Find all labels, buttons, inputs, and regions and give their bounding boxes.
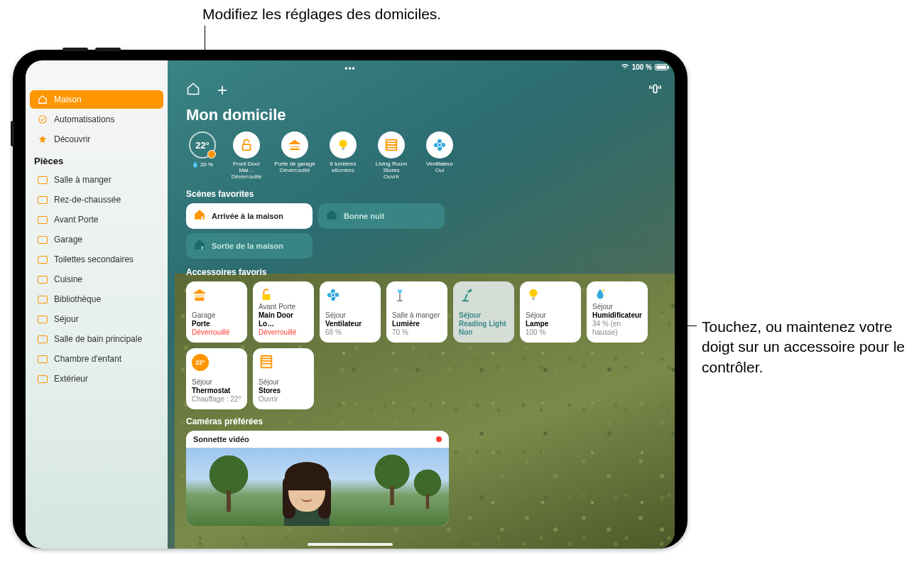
svg-point-11 bbox=[438, 144, 441, 146]
star-icon bbox=[37, 134, 48, 145]
tile-status: 100 % bbox=[526, 328, 575, 337]
bulb-icon bbox=[526, 287, 575, 303]
sidebar-item-label: Automatisations bbox=[54, 114, 114, 124]
status-summary-row: 22° 20 % Front Door Mai… Déverrouillé Po… bbox=[186, 131, 663, 181]
svg-rect-15 bbox=[202, 248, 203, 249]
home-indicator[interactable] bbox=[308, 543, 393, 546]
tile-garage-door[interactable]: GaragePorteDéverrouillé bbox=[186, 281, 247, 343]
tile-name: Lumière bbox=[392, 320, 442, 328]
sidebar-item-discover[interactable]: Découvrir bbox=[30, 130, 163, 149]
tile-living-lamp[interactable]: SéjourLampe100 % bbox=[520, 281, 581, 343]
tile-status: Chauffage : 22° bbox=[192, 395, 241, 404]
sidebar-room-garage[interactable]: Garage bbox=[30, 230, 163, 249]
tile-living-fan[interactable]: SéjourVentilateur68 % bbox=[320, 281, 381, 343]
heating-dot-icon bbox=[207, 150, 216, 158]
svg-point-25 bbox=[602, 289, 604, 291]
svg-rect-6 bbox=[342, 148, 344, 151]
home-leave-icon bbox=[193, 238, 206, 254]
volume-up-button bbox=[62, 48, 88, 51]
sidebar: Maison Automatisations Découvrir Pièces … bbox=[26, 60, 168, 549]
room-icon bbox=[37, 333, 48, 345]
power-button bbox=[11, 121, 14, 146]
tile-room: Avant Porte bbox=[259, 303, 308, 311]
tile-room: Séjour bbox=[459, 311, 509, 320]
climate-status[interactable]: 22° 20 % bbox=[186, 131, 219, 168]
tile-status: Déverrouillé bbox=[259, 328, 308, 337]
sidebar-rooms-header: Pièces bbox=[26, 150, 168, 169]
camera-card[interactable]: Sonnette vidéo bbox=[186, 431, 449, 526]
tile-room: Séjour bbox=[192, 378, 241, 387]
scene-arrive-home[interactable]: Arrivée à la maison bbox=[186, 203, 312, 229]
add-button[interactable]: + bbox=[217, 80, 227, 100]
svg-rect-17 bbox=[195, 296, 205, 297]
intercom-button[interactable] bbox=[648, 82, 663, 99]
favorite-scenes-label: Scènes favorites bbox=[186, 189, 663, 199]
room-icon bbox=[37, 254, 48, 265]
sidebar-item-label: Garage bbox=[54, 235, 82, 244]
svg-point-22 bbox=[469, 289, 472, 291]
svg-rect-21 bbox=[397, 300, 402, 301]
status-pill-blinds[interactable]: Living Room Stores Ouvrir bbox=[371, 131, 412, 181]
tile-status: Non bbox=[459, 328, 509, 337]
status-pill-fan[interactable]: Ventilateur Oui bbox=[419, 131, 460, 173]
camera-title: Sonnette vidéo bbox=[193, 435, 249, 443]
pill-line2: Oui bbox=[435, 167, 444, 173]
room-icon bbox=[37, 373, 48, 384]
scene-leave-home[interactable]: Sortie de la maison bbox=[186, 233, 312, 259]
tile-room: Garage bbox=[192, 311, 241, 320]
sidebar-room-living[interactable]: Séjour bbox=[30, 310, 163, 328]
tile-room: Séjour bbox=[259, 378, 308, 387]
tree-graphic bbox=[207, 455, 250, 512]
home-icon bbox=[37, 94, 48, 105]
sidebar-room-kitchen[interactable]: Cuisine bbox=[30, 270, 163, 289]
sidebar-item-automations[interactable]: Automatisations bbox=[30, 110, 163, 129]
tile-status: 70 % bbox=[392, 328, 442, 337]
sidebar-room-toilets[interactable]: Toilettes secondaires bbox=[30, 250, 163, 269]
room-icon bbox=[37, 313, 48, 325]
sidebar-item-label: Maison bbox=[54, 95, 82, 104]
svg-point-19 bbox=[332, 294, 335, 296]
sidebar-item-home[interactable]: Maison bbox=[30, 90, 163, 109]
tile-name: Reading Light bbox=[459, 320, 509, 328]
fan-icon bbox=[325, 287, 375, 303]
tile-thermostat[interactable]: 22° SéjourThermostatChauffage : 22° bbox=[186, 348, 247, 409]
sidebar-room-ground[interactable]: Rez-de-chaussée bbox=[30, 190, 163, 209]
camera-thumbnail bbox=[186, 448, 449, 526]
sidebar-room-front-door[interactable]: Avant Porte bbox=[30, 210, 163, 229]
desk-lamp-icon bbox=[459, 287, 509, 303]
status-pill-lock[interactable]: Front Door Mai… Déverrouillé bbox=[226, 131, 267, 181]
home-settings-button[interactable] bbox=[186, 82, 200, 99]
pill-line2: Déverrouillé bbox=[280, 167, 310, 173]
scene-label: Sortie de la maison bbox=[212, 242, 283, 250]
tile-blinds[interactable]: SéjourStoresOuvrir bbox=[253, 348, 314, 409]
scene-label: Arrivée à la maison bbox=[212, 212, 283, 220]
tile-humidifier[interactable]: SéjourHumidificateur34 % (en hausse) bbox=[587, 281, 648, 343]
lock-open-icon bbox=[259, 287, 308, 303]
recording-dot-icon bbox=[436, 436, 442, 442]
person-graphic bbox=[278, 462, 335, 526]
thermostat-icon: 22° bbox=[192, 354, 241, 370]
sidebar-room-kids[interactable]: Chambre d'enfant bbox=[30, 350, 163, 368]
pill-line1: Porte de garage bbox=[274, 161, 315, 167]
sidebar-item-label: Salle à manger bbox=[54, 175, 112, 185]
sidebar-room-library[interactable]: Bibliothèque bbox=[30, 290, 163, 308]
sidebar-room-outdoor[interactable]: Extérieur bbox=[30, 370, 163, 388]
sidebar-item-label: Rez-de-chaussée bbox=[54, 195, 121, 205]
svg-point-23 bbox=[530, 289, 538, 296]
svg-rect-1 bbox=[653, 85, 657, 92]
sidebar-item-label: Bibliothèque bbox=[54, 294, 101, 304]
tile-room: Salle à manger bbox=[392, 311, 442, 320]
sidebar-room-dining[interactable]: Salle à manger bbox=[30, 171, 163, 189]
svg-rect-4 bbox=[290, 147, 300, 149]
tile-room: Séjour bbox=[592, 303, 642, 311]
tile-dining-light[interactable]: Salle à mangerLumière70 % bbox=[386, 281, 447, 343]
status-pill-lights[interactable]: 6 lumières allumées bbox=[322, 131, 364, 173]
status-pill-garage[interactable]: Porte de garage Déverrouillé bbox=[274, 131, 315, 173]
sidebar-room-master-bath[interactable]: Salle de bain principale bbox=[30, 330, 163, 348]
svg-rect-2 bbox=[243, 144, 251, 150]
tile-reading-light[interactable]: SéjourReading LightNon bbox=[453, 281, 514, 343]
scene-goodnight[interactable]: Bonne nuit bbox=[318, 203, 445, 229]
floor-lamp-icon bbox=[392, 287, 442, 303]
svg-rect-16 bbox=[195, 294, 205, 296]
tile-front-door-lock[interactable]: Avant PorteMain Door Lo…Déverrouillé bbox=[253, 281, 314, 343]
